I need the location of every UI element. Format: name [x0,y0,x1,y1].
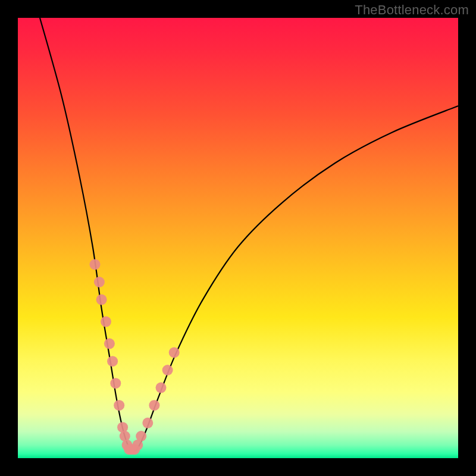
data-marker [149,400,159,411]
data-marker [162,365,173,375]
data-marker [94,277,105,287]
data-marker [114,400,124,411]
marker-cluster-left [90,259,137,455]
data-marker [107,356,118,367]
chart-svg [18,18,458,458]
data-marker [104,339,115,349]
bottleneck-curve [40,18,458,452]
data-marker [110,378,121,389]
data-marker [142,418,153,428]
data-marker [169,347,180,358]
data-marker [96,295,107,305]
data-marker [136,431,146,441]
data-marker [101,317,111,327]
data-marker [90,259,101,270]
data-marker [156,383,167,393]
watermark-text: TheBottleneck.com [355,2,469,18]
chart-frame: TheBottleneck.com [0,0,476,476]
plot-area [18,18,458,458]
